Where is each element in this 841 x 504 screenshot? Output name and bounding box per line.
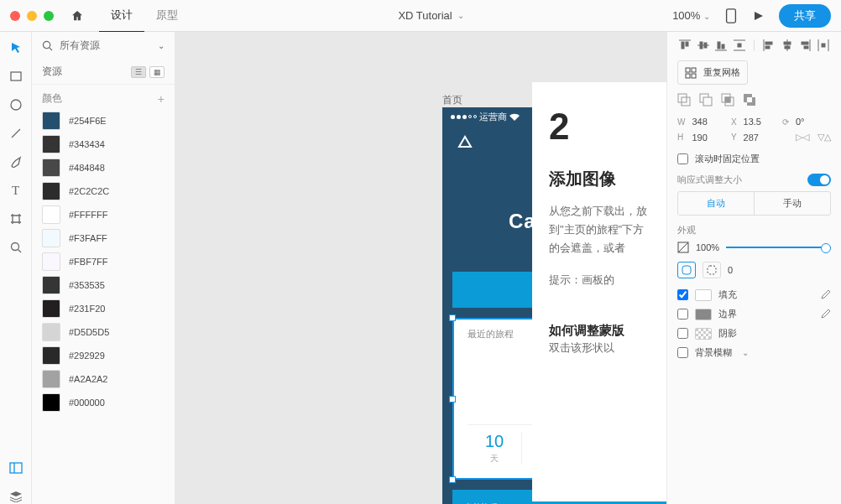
color-row[interactable]: #D5D5D5 [32,320,175,344]
color-row[interactable]: #2C2C2C [32,179,175,203]
align-vcenter-icon[interactable] [696,39,711,52]
border-checkbox[interactable] [677,309,688,320]
svg-rect-38 [804,46,808,49]
colors-section-header[interactable]: 颜色 + [32,85,175,109]
artboard-tool[interactable] [8,211,24,226]
device-icon[interactable] [725,8,737,23]
document-title[interactable]: XD Tutorial⌄ [190,9,672,22]
corner-all-icon[interactable] [677,262,696,278]
grid-view-button[interactable]: ▦ [149,66,165,78]
add-boolean-icon[interactable] [677,93,691,107]
repeat-grid-button[interactable]: 重复网格 [677,60,748,85]
align-right-icon[interactable] [797,39,812,52]
assets-panel: 所有资源 ⌄ 资源 ☰ ▦ 颜色 + #254F6E#343434#484848… [32,32,175,504]
responsive-toggle[interactable] [807,174,831,186]
svg-rect-0 [727,8,736,22]
tab-design[interactable]: 设计 [99,0,144,33]
line-tool[interactable] [8,126,24,141]
ellipse-tool[interactable] [8,97,24,112]
svg-rect-52 [725,97,730,102]
title-bar: 设计 原型 XD Tutorial⌄ 100% ⌄ 共享 [0,0,841,32]
fill-checkbox[interactable] [677,289,688,300]
corner-radius-input[interactable]: 0 [728,265,733,275]
color-row[interactable]: #254F6E [32,109,175,132]
asset-search[interactable]: 所有资源 ⌄ [32,32,175,60]
add-icon[interactable]: + [158,92,165,106]
border-swatch[interactable] [695,309,712,320]
color-row[interactable]: #292929 [32,344,175,367]
transform-section: W348 X13.5 ⟳0° H190 Y287 ▷◁▽△ [677,117,831,143]
shadow-swatch[interactable] [695,328,712,340]
svg-rect-49 [703,97,712,106]
color-row[interactable]: #484848 [32,156,175,179]
corner-individual-icon[interactable] [703,262,721,278]
logo-icon [457,134,473,149]
color-row[interactable]: #A2A2A2 [32,367,175,391]
blur-checkbox[interactable] [677,347,688,358]
select-tool[interactable] [8,40,24,55]
layers-panel-toggle[interactable] [8,489,24,504]
zoom-level[interactable]: 100% ⌄ [672,9,710,22]
svg-line-9 [50,48,52,50]
window-controls [10,11,54,21]
exclude-boolean-icon[interactable] [743,93,756,107]
align-left-icon[interactable] [761,39,776,52]
minimize-window[interactable] [27,11,37,21]
fix-scroll-checkbox[interactable]: 滚动时固定位置 [677,153,831,165]
tab-prototype[interactable]: 原型 [144,0,190,33]
play-icon[interactable] [752,10,764,22]
eyedropper-icon[interactable] [819,309,831,320]
eyedropper-icon[interactable] [819,289,831,301]
svg-rect-41 [822,44,825,47]
assets-header: 资源 ☰ ▦ [32,60,175,85]
align-top-icon[interactable] [677,39,692,52]
close-window[interactable] [10,11,20,21]
list-view-button[interactable]: ☰ [131,66,146,78]
align-hcenter-icon[interactable] [780,39,795,52]
color-row[interactable]: #343434 [32,132,175,156]
share-button[interactable]: 共享 [779,4,831,28]
distribute-v-icon[interactable] [732,39,747,52]
flip-h-icon[interactable]: ▷◁ [796,132,809,143]
rectangle-tool[interactable] [8,69,24,84]
canvas[interactable]: 首页 运营商 上午 9:41 ✱42% 欢迎使用 Campvibes！ 我们的博… [175,32,666,504]
svg-rect-19 [682,42,684,49]
chevron-down-icon: ⌄ [158,41,165,50]
distribute-h-icon[interactable] [816,39,831,52]
color-row[interactable]: #353535 [32,273,175,297]
svg-rect-25 [718,42,720,49]
stat-item: 10天 [468,432,522,465]
pen-tool[interactable] [8,154,24,169]
maximize-window[interactable] [44,11,54,21]
color-list: #254F6E#343434#484848#2C2C2C#FFFFFF#F3FA… [32,109,175,504]
home-icon[interactable] [71,9,84,23]
align-bottom-icon[interactable] [714,39,729,52]
color-row[interactable]: #F3FAFF [32,226,175,250]
color-row[interactable]: #FBF7FF [32,250,175,273]
zoom-tool[interactable] [8,240,24,255]
color-row[interactable]: #FFFFFF [32,203,175,226]
svg-rect-35 [785,46,790,49]
svg-line-3 [12,129,20,138]
svg-rect-34 [784,42,791,44]
assets-panel-toggle[interactable] [8,460,24,475]
shadow-checkbox[interactable] [677,328,688,339]
color-row[interactable]: #000000 [32,391,175,414]
height-input[interactable]: 190 [692,132,723,143]
opacity-value[interactable]: 100% [696,242,719,252]
resize-mode-segment[interactable]: 自动手动 [677,191,831,216]
appearance-label: 外观 [677,224,831,236]
x-input[interactable]: 13.5 [744,117,776,127]
rotate-icon[interactable]: ⟳ [782,117,789,127]
opacity-slider[interactable] [726,247,831,248]
svg-rect-43 [692,68,696,72]
intersect-boolean-icon[interactable] [721,93,734,107]
artboard-name[interactable]: 首页 [442,93,462,107]
fill-swatch[interactable] [695,289,712,301]
color-row[interactable]: #231F20 [32,297,175,320]
width-input[interactable]: 348 [692,117,723,127]
text-tool[interactable]: T [8,183,24,198]
subtract-boolean-icon[interactable] [699,93,713,107]
flip-v-icon[interactable]: ▽△ [817,132,831,143]
y-input[interactable]: 287 [744,132,776,143]
